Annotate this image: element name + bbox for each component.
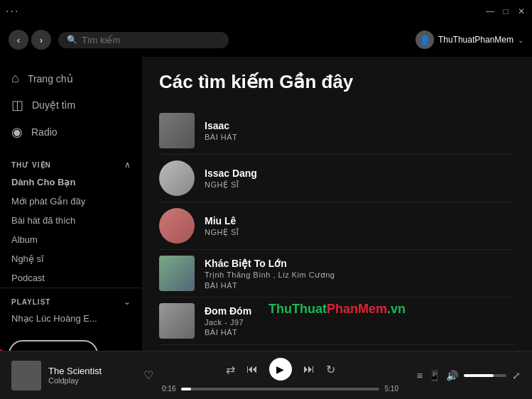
- progress-bar-container: 0:16 5:10: [162, 385, 398, 393]
- library-section-title: THƯ VIỆN: [11, 161, 51, 169]
- volume-fill: [464, 374, 494, 377]
- sidebar: ⌂ Trang chủ ◫ Duyệt tìm ◉ Radio THƯ VIỆN…: [0, 57, 142, 351]
- shuffle-button[interactable]: ⇄: [226, 363, 235, 376]
- playback-buttons: ⇄ ⏮ ▶ ⏭ ↻: [226, 358, 335, 381]
- player-controls: ⇄ ⏮ ▶ ⏭ ↻ 0:16 5:10: [162, 358, 398, 393]
- sidebar-item-recent[interactable]: Mới phát Gần đây: [0, 192, 142, 211]
- new-playlist-button[interactable]: ⊕ Playlist Mới: [9, 340, 98, 351]
- watermark-red: PhanMem: [327, 302, 387, 316]
- result-name: Khác Biệt To Lớn: [205, 258, 515, 269]
- close-button[interactable]: ✕: [516, 6, 526, 16]
- result-thumbnail: [159, 113, 195, 148]
- play-pause-button[interactable]: ▶: [269, 358, 292, 381]
- search-input[interactable]: [82, 35, 220, 45]
- player-bar: The Scientist Coldplay ♡ ⇄ ⏮ ▶ ⏭ ↻ 0:16 …: [0, 351, 532, 399]
- result-name: Issac Dang: [205, 168, 515, 179]
- titlebar: ··· — □ ✕: [0, 0, 532, 23]
- window-controls: — □ ✕: [485, 6, 526, 16]
- track-name: The Scientist: [48, 366, 132, 376]
- user-name: ThuThuatPhanMem: [438, 35, 514, 45]
- list-item[interactable]: Issac Dang NGHỆ SĨ: [159, 155, 515, 202]
- volume-icon[interactable]: 🔊: [446, 370, 458, 381]
- navbar: ‹ › 🔍 👤 ThuThuatPhanMem ⌄: [0, 23, 532, 57]
- progress-fill: [181, 388, 191, 390]
- progress-bar[interactable]: [181, 388, 379, 390]
- player-extra-controls: ≡ 📱 🔊 ⤢: [407, 370, 521, 381]
- sidebar-item-podcasts[interactable]: Podcast: [0, 268, 142, 288]
- home-icon: ⌂: [11, 71, 19, 86]
- maximize-button[interactable]: □: [501, 6, 511, 16]
- result-thumbnail: [159, 208, 195, 244]
- content-area: Các tìm kiếm Gần đây Isaac BÀI HÁT Issac…: [142, 57, 532, 351]
- result-thumbnail: [159, 303, 195, 339]
- sidebar-item-browse-label: Duyệt tìm: [32, 99, 75, 111]
- playlist-section: PLAYLIST ⌄ Nhạc Lúc Hoàng E...: [0, 288, 142, 333]
- new-playlist-label: Playlist Mới: [38, 350, 85, 351]
- app-menu-dots[interactable]: ···: [6, 5, 19, 18]
- playlist-item-1[interactable]: Nhạc Lúc Hoàng E...: [0, 310, 142, 327]
- total-time: 5:10: [385, 385, 398, 393]
- next-button[interactable]: ⏭: [303, 363, 315, 376]
- sidebar-item-liked[interactable]: Bài hát đã thích: [0, 211, 142, 230]
- avatar: 👤: [416, 31, 434, 49]
- browse-icon: ◫: [11, 97, 23, 113]
- sidebar-item-browse[interactable]: ◫ Duyệt tìm: [0, 92, 142, 119]
- chevron-down-icon: ⌄: [518, 36, 523, 44]
- list-item[interactable]: Khác Biệt To Lớn Trịnh Thăng Bình , Liz …: [159, 250, 515, 297]
- main-layout: ⌂ Trang chủ ◫ Duyệt tìm ◉ Radio THƯ VIỆN…: [0, 57, 532, 351]
- repeat-button[interactable]: ↻: [326, 363, 335, 376]
- playlist-header: PLAYLIST ⌄: [0, 294, 142, 310]
- minimize-button[interactable]: —: [485, 6, 495, 16]
- list-item[interactable]: Miu Lê NGHỆ SĨ: [159, 202, 515, 250]
- page-title: Các tìm kiếm Gần đây: [159, 71, 515, 93]
- user-area[interactable]: 👤 ThuThuatPhanMem ⌄: [416, 31, 523, 49]
- library-header: THƯ VIỆN ∧: [0, 154, 142, 173]
- result-name: Isaac: [205, 120, 515, 131]
- watermark-green: ThuThuat: [268, 302, 327, 316]
- result-info: Issac Dang NGHỆ SĨ: [205, 168, 515, 190]
- library-chevron-icon[interactable]: ∧: [124, 160, 131, 170]
- svg-marker-0: [0, 349, 13, 351]
- result-info: Isaac BÀI HÁT: [205, 120, 515, 141]
- result-thumbnail: [159, 160, 195, 196]
- radio-icon: ◉: [11, 124, 23, 140]
- sidebar-item-radio-label: Radio: [31, 126, 58, 138]
- result-name: Miu Lê: [205, 215, 515, 226]
- arrow-indicator: [0, 345, 17, 351]
- player-track-info: The Scientist Coldplay ♡: [11, 361, 153, 390]
- sidebar-item-artists[interactable]: Nghệ sĩ: [0, 249, 142, 268]
- nav-arrows: ‹ ›: [9, 30, 51, 50]
- sidebar-item-for-you[interactable]: Dành Cho Bạn: [0, 173, 142, 192]
- forward-button[interactable]: ›: [31, 30, 51, 50]
- heart-icon[interactable]: ♡: [143, 368, 153, 382]
- volume-bar[interactable]: [464, 374, 506, 377]
- sidebar-nav: ⌂ Trang chủ ◫ Duyệt tìm ◉ Radio: [0, 57, 142, 154]
- sidebar-item-home[interactable]: ⌂ Trang chủ: [0, 65, 142, 92]
- previous-button[interactable]: ⏮: [246, 363, 258, 376]
- right-arrow-icon: [0, 345, 17, 351]
- playlist-chevron-icon[interactable]: ⌄: [124, 297, 131, 307]
- playlist-section-title: PLAYLIST: [11, 298, 50, 306]
- track-artist: Coldplay: [48, 376, 132, 385]
- devices-button[interactable]: 📱: [428, 370, 440, 381]
- plus-icon: ⊕: [21, 347, 32, 351]
- sidebar-item-home-label: Trang chủ: [28, 73, 73, 84]
- player-thumbnail: [11, 361, 41, 390]
- search-icon: 🔍: [67, 35, 77, 45]
- search-box: 🔍: [58, 32, 229, 48]
- player-track-details: The Scientist Coldplay: [48, 366, 132, 385]
- queue-button[interactable]: ≡: [417, 370, 423, 381]
- sidebar-library: THƯ VIỆN ∧ Dành Cho Bạn Mới phát Gần đây…: [0, 154, 142, 351]
- result-info: Khác Biệt To Lớn Trịnh Thăng Bình , Liz …: [205, 258, 515, 290]
- result-info: Miu Lê NGHỆ SĨ: [205, 215, 515, 237]
- back-button[interactable]: ‹: [9, 30, 28, 50]
- sidebar-item-albums[interactable]: Album: [0, 230, 142, 249]
- watermark-domain: .vn: [387, 302, 406, 316]
- list-item[interactable]: Isaac BÀI HÁT: [159, 107, 515, 155]
- sidebar-item-radio[interactable]: ◉ Radio: [0, 119, 142, 146]
- result-thumbnail: [159, 256, 195, 291]
- fullscreen-button[interactable]: ⤢: [512, 370, 521, 381]
- current-time: 0:16: [162, 385, 175, 393]
- watermark: ThuThuatPhanMem.vn: [268, 302, 406, 317]
